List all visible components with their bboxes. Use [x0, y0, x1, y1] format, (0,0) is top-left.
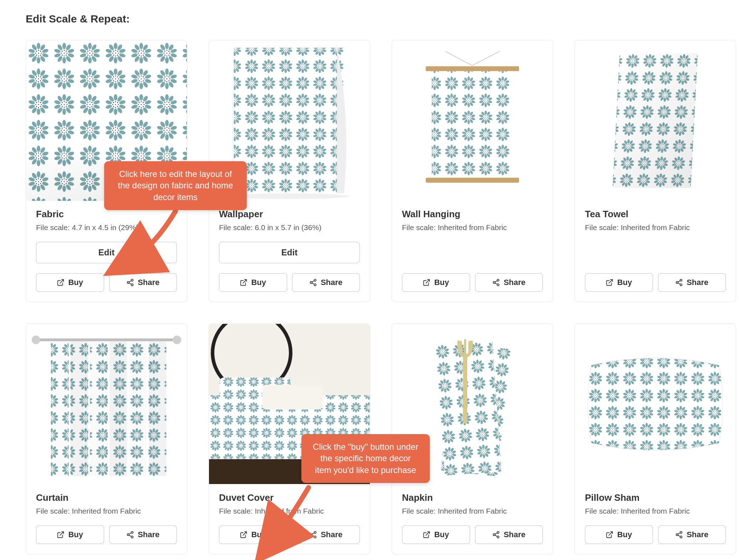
buy-button[interactable]: Buy [402, 273, 470, 292]
share-button[interactable]: Share [475, 273, 543, 292]
svg-line-72 [312, 533, 314, 534]
svg-line-92 [678, 533, 680, 534]
svg-rect-38 [37, 338, 176, 341]
share-label: Share [321, 530, 342, 539]
share-label: Share [687, 278, 708, 287]
buy-label: Buy [68, 278, 83, 287]
edit-button[interactable]: Edit [219, 242, 360, 263]
share-icon [675, 531, 683, 539]
buy-label: Buy [617, 530, 632, 539]
edit-button[interactable]: Edit [36, 242, 177, 263]
external-link-icon [423, 279, 430, 286]
buy-button[interactable]: Buy [585, 525, 653, 544]
buy-button[interactable]: Buy [402, 525, 470, 544]
buy-button[interactable]: Buy [219, 273, 287, 292]
share-label: Share [321, 278, 342, 287]
svg-rect-48 [109, 341, 127, 476]
svg-rect-44 [70, 341, 88, 476]
svg-line-14 [312, 283, 314, 284]
external-link-icon [57, 531, 65, 539]
share-icon [126, 279, 134, 286]
product-scale: File scale: Inherited from Fabric [402, 507, 543, 515]
callout-buy-hint: Click the "buy" button under the specifi… [301, 434, 430, 483]
svg-rect-8 [234, 48, 344, 193]
buy-label: Buy [617, 278, 632, 287]
svg-line-80 [426, 532, 430, 535]
svg-line-85 [495, 533, 497, 534]
share-button[interactable]: Share [292, 273, 360, 292]
share-icon [126, 531, 134, 539]
svg-line-35 [678, 283, 680, 284]
svg-rect-50 [129, 341, 147, 476]
buy-label: Buy [434, 278, 449, 287]
svg-rect-75 [435, 340, 501, 475]
product-card-curtain: Curtain File scale: Inherited from Fabri… [26, 324, 187, 554]
share-button[interactable]: Share [292, 525, 360, 544]
product-title: Duvet Cover [219, 492, 360, 503]
share-label: Share [504, 278, 525, 287]
page-title: Edit Scale & Repeat: [26, 13, 713, 25]
svg-line-36 [678, 281, 680, 282]
svg-point-40 [173, 336, 181, 344]
svg-line-58 [129, 533, 131, 534]
share-button[interactable]: Share [109, 525, 177, 544]
svg-line-87 [609, 532, 613, 535]
share-label: Share [504, 530, 525, 539]
buy-button[interactable]: Buy [585, 273, 653, 292]
svg-rect-21 [426, 178, 519, 183]
svg-line-5 [129, 283, 131, 284]
share-button[interactable]: Share [475, 525, 543, 544]
share-label: Share [138, 278, 159, 287]
callout-edit-hint: Click here to edit the layout of the des… [104, 161, 247, 210]
product-scale: File scale: Inherited from Fabric [36, 507, 177, 515]
svg-line-53 [60, 532, 64, 535]
svg-line-15 [312, 281, 314, 282]
product-thumbnail[interactable] [575, 324, 736, 484]
product-title: Napkin [402, 492, 543, 503]
product-title: Wall Hanging [402, 209, 543, 220]
external-link-icon [57, 279, 65, 286]
external-link-icon [240, 279, 248, 286]
svg-line-22 [426, 280, 430, 283]
share-icon [309, 531, 317, 539]
buy-label: Buy [251, 530, 266, 539]
svg-rect-46 [90, 341, 108, 476]
product-thumbnail[interactable] [575, 40, 736, 201]
product-scale: File scale: Inherited from Fabric [585, 507, 726, 515]
share-icon [675, 279, 683, 286]
buy-label: Buy [434, 530, 449, 539]
svg-rect-30 [613, 53, 698, 188]
share-icon [492, 279, 500, 286]
product-title: Fabric [36, 209, 177, 220]
product-title: Pillow Sham [585, 492, 726, 503]
share-button[interactable]: Share [109, 273, 177, 292]
external-link-icon [240, 531, 248, 539]
svg-rect-20 [432, 71, 513, 178]
svg-line-57 [129, 535, 131, 536]
svg-line-26 [495, 283, 497, 284]
product-thumbnail[interactable] [392, 40, 553, 201]
product-card-wallhanging: Wall Hanging File scale: Inherited from … [392, 40, 553, 302]
share-button[interactable]: Share [658, 525, 726, 544]
product-title: Wallpaper [219, 209, 360, 220]
svg-line-10 [243, 280, 247, 283]
svg-line-6 [129, 281, 131, 282]
svg-rect-42 [51, 341, 69, 476]
product-card-teatowel: Tea Towel File scale: Inherited from Fab… [575, 40, 736, 302]
buy-button[interactable]: Buy [36, 525, 104, 544]
share-icon [492, 531, 500, 539]
product-title: Tea Towel [585, 209, 726, 220]
product-scale: File scale: Inherited from Fabric [402, 223, 543, 232]
external-link-icon [606, 531, 613, 539]
external-link-icon [606, 279, 613, 286]
svg-line-67 [243, 532, 247, 535]
product-scale: File scale: Inherited from Fabric [219, 507, 360, 515]
product-thumbnail[interactable] [26, 324, 187, 484]
svg-line-31 [609, 280, 613, 283]
buy-button[interactable]: Buy [219, 525, 287, 544]
share-label: Share [687, 530, 708, 539]
svg-rect-19 [426, 66, 519, 71]
share-button[interactable]: Share [658, 273, 726, 292]
buy-button[interactable]: Buy [36, 273, 104, 292]
svg-rect-52 [148, 341, 166, 476]
